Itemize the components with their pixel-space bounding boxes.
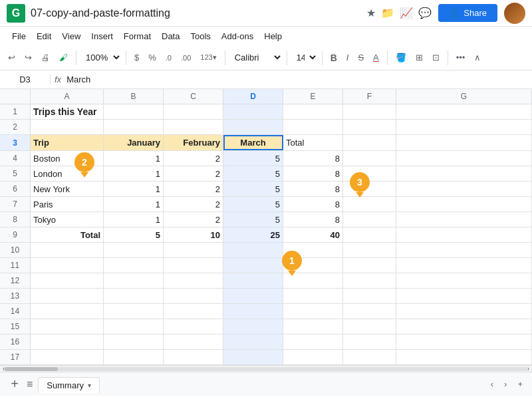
comment-icon[interactable]: 💬	[418, 7, 432, 19]
share-button[interactable]: 👤 Share	[438, 4, 497, 22]
cell-c2[interactable]	[104, 120, 164, 134]
cell-e4[interactable]: 5	[223, 151, 283, 166]
cell-b3[interactable]: Trip	[31, 135, 104, 150]
folder-icon[interactable]: 📁	[381, 7, 394, 19]
horizontal-scrollbar[interactable]: ‹ ›	[0, 365, 532, 372]
cell-c3[interactable]: January	[104, 135, 164, 150]
col-header-d[interactable]: C	[164, 89, 223, 104]
cell-h9[interactable]	[396, 227, 532, 242]
cell-d5[interactable]: 2	[164, 166, 223, 181]
paint-format-button[interactable]: 🖌	[55, 50, 72, 65]
cell-g1[interactable]	[343, 104, 396, 119]
percent-button[interactable]: %	[144, 50, 160, 65]
menu-help[interactable]: Help	[259, 30, 287, 43]
cell-h2[interactable]	[396, 120, 532, 134]
cell-c8[interactable]: 1	[104, 212, 164, 227]
font-select[interactable]: Calibri	[229, 51, 283, 65]
cell-h5[interactable]	[396, 166, 532, 181]
sheet-tab-dropdown-arrow[interactable]: ▾	[88, 382, 91, 389]
cell-f5[interactable]: 8	[283, 166, 343, 181]
cell-f1[interactable]	[283, 104, 343, 119]
star-icon[interactable]: ★	[366, 7, 376, 19]
cell-d7[interactable]: 2	[164, 197, 223, 211]
cell-f7[interactable]: 8	[283, 197, 343, 211]
menu-format[interactable]: Format	[118, 30, 156, 43]
cell-f3[interactable]: Total	[283, 135, 343, 150]
scroll-sheets-left[interactable]: ‹	[487, 376, 497, 392]
cell-reference-input[interactable]	[4, 74, 51, 84]
more-options-button[interactable]: •••	[452, 50, 469, 65]
cell-g7[interactable]	[343, 197, 396, 211]
cell-e3[interactable]: March	[223, 135, 283, 150]
cell-b8[interactable]: Tokyo	[31, 212, 104, 227]
cell-f2[interactable]	[283, 120, 343, 134]
cell-c5[interactable]: 1	[104, 166, 164, 181]
cell-e9[interactable]: 25	[223, 227, 283, 242]
cell-b9[interactable]: Total	[31, 227, 104, 242]
cell-h1[interactable]	[396, 104, 532, 119]
scroll-right-arrow[interactable]: ›	[527, 365, 529, 372]
cell-h8[interactable]	[396, 212, 532, 227]
col-header-c[interactable]: B	[104, 89, 164, 104]
print-button[interactable]: 🖨	[37, 50, 54, 65]
col-header-h[interactable]: G	[396, 89, 532, 104]
cell-g8[interactable]	[343, 212, 396, 227]
undo-button[interactable]: ↩	[4, 50, 19, 65]
col-header-g[interactable]: F	[343, 89, 396, 104]
fontsize-select[interactable]: 14	[291, 51, 318, 65]
cell-f6[interactable]: 8	[283, 182, 343, 196]
col-header-e[interactable]: D	[223, 89, 283, 104]
cell-b2[interactable]	[31, 120, 104, 134]
cell-b6[interactable]: New York	[31, 182, 104, 196]
menu-file[interactable]: File	[7, 30, 31, 43]
zoom-select[interactable]: 100%	[80, 51, 122, 65]
cell-b5[interactable]: London	[31, 166, 104, 181]
add-sheet-button[interactable]: +	[5, 375, 24, 394]
sheet-tab-summary[interactable]: Summary ▾	[38, 377, 100, 393]
cell-f8[interactable]: 8	[283, 212, 343, 227]
cell-e7[interactable]: 5	[223, 197, 283, 211]
cell-d1[interactable]	[164, 104, 223, 119]
add-sheet-right-button[interactable]: +	[513, 376, 527, 392]
cell-e1[interactable]	[223, 104, 283, 119]
cell-d4[interactable]: 2	[164, 151, 223, 166]
menu-addons[interactable]: Add-ons	[216, 30, 259, 43]
bold-button[interactable]: B	[327, 50, 341, 66]
cell-g9[interactable]	[343, 227, 396, 242]
chart-icon[interactable]: 📈	[400, 7, 413, 19]
cell-d2[interactable]	[164, 120, 223, 134]
text-color-button[interactable]: A	[369, 50, 383, 65]
cell-h3[interactable]	[396, 135, 532, 150]
redo-button[interactable]: ↪	[21, 50, 36, 65]
menu-insert[interactable]: Insert	[86, 30, 118, 43]
menu-data[interactable]: Data	[156, 30, 185, 43]
cell-g3[interactable]	[343, 135, 396, 150]
cell-h7[interactable]	[396, 197, 532, 211]
cell-f9[interactable]: 40	[283, 227, 343, 242]
cell-c4[interactable]: 1	[104, 151, 164, 166]
strikethrough-button[interactable]: S	[354, 50, 368, 65]
fill-color-button[interactable]: 🪣	[392, 50, 410, 65]
cell-d6[interactable]: 2	[164, 182, 223, 196]
cell-h4[interactable]	[396, 151, 532, 166]
cell-e6[interactable]: 5	[223, 182, 283, 196]
cell-d3[interactable]: February	[164, 135, 223, 150]
sheet-list-icon[interactable]: ≡	[27, 378, 33, 390]
avatar[interactable]	[504, 3, 525, 24]
more-formats-button[interactable]: 123▾	[196, 51, 220, 65]
dec-decimals-button[interactable]: .0	[162, 51, 176, 65]
cell-d8[interactable]: 2	[164, 212, 223, 227]
menu-tools[interactable]: Tools	[185, 30, 215, 43]
merge-button[interactable]: ⊡	[428, 50, 444, 65]
cell-e2[interactable]	[223, 120, 283, 134]
cell-c9[interactable]: 5	[104, 227, 164, 242]
cell-b1[interactable]: Trips this Year	[31, 104, 104, 119]
col-header-b[interactable]: A	[31, 89, 104, 104]
currency-button[interactable]: $	[130, 50, 143, 65]
cell-c1[interactable]	[104, 104, 164, 119]
cell-h6[interactable]	[396, 182, 532, 196]
menu-view[interactable]: View	[57, 30, 86, 43]
menu-edit[interactable]: Edit	[31, 30, 57, 43]
cell-c7[interactable]: 1	[104, 197, 164, 211]
scrollbar-track[interactable]	[5, 367, 527, 371]
